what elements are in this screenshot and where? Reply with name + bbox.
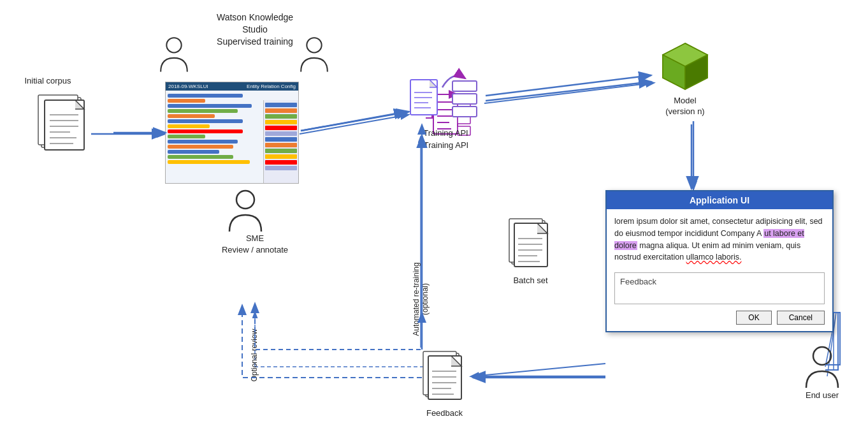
optional-review-label: Optional review [250,329,259,382]
svg-rect-44 [452,81,477,91]
end-user-label: End user [806,390,839,400]
batch-set-label: Batch set [513,276,547,285]
svg-line-71 [301,112,409,131]
svg-point-28 [166,38,181,52]
svg-rect-45 [452,94,477,104]
wks-screenshot: 2018-09-WKSLUI Entity Relation Config [165,82,299,184]
automated-retraining-label: Automated re-training(optional) [412,258,430,341]
initial-corpus-icon [35,92,89,156]
app-dialog-header: Application UI [607,191,832,209]
cancel-button[interactable]: Cancel [777,311,825,325]
initial-corpus-label: Initial corpus [13,75,83,87]
app-dialog: Application UI lorem ipsum dolor sit ame… [605,190,834,332]
feedback-input-area[interactable]: Feedback [614,272,825,304]
svg-point-27 [236,191,254,209]
model-node: Model (version n) [656,38,714,117]
diagram-container: Initial corpus Watson Knowledge Studio S… [0,0,868,435]
feedback-doc-label: Feedback [426,408,463,418]
ok-button[interactable]: OK [736,311,771,325]
svg-point-67 [813,347,831,365]
training-api-text-label: Training API [409,128,482,138]
svg-rect-46 [452,107,477,117]
svg-line-4 [472,364,605,376]
wks-person-left [158,35,190,73]
wks-person-right [298,35,330,73]
svg-line-15 [301,112,407,131]
training-api-label: Training API [424,140,468,150]
app-dialog-body: lorem ipsum dolor sit amet, consectetur … [607,209,832,267]
svg-line-72 [486,75,651,96]
underlined-text: ullamco laboris. [686,253,742,262]
app-dialog-buttons: OK Cancel [607,308,832,331]
svg-line-16 [486,82,651,101]
end-user-node: End user [803,344,841,400]
feedback-doc-node: Feedback [421,350,468,418]
svg-line-2 [484,83,653,103]
sme-person-icon [226,188,264,233]
svg-point-29 [307,38,321,52]
batch-set-node: Batch set [507,217,554,285]
model-label: Model (version n) [665,96,704,117]
svg-line-1 [300,115,408,134]
sme-label: SME Review / annotate [217,233,293,255]
training-api-icon: Training API [409,67,482,138]
